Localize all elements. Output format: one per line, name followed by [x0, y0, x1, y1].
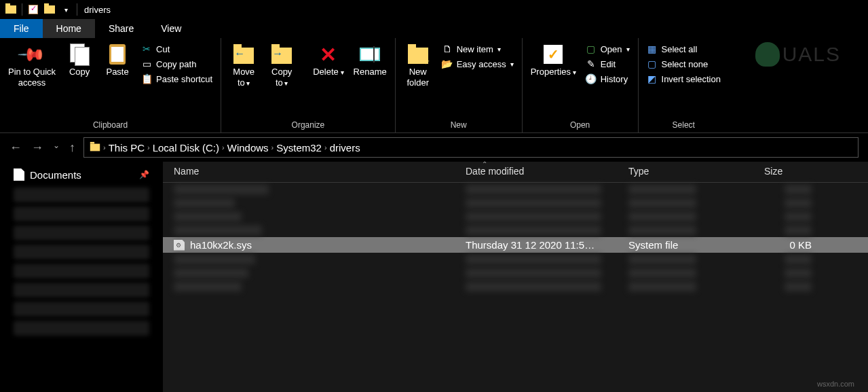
address-bar[interactable]: › This PC› Local Disk (C:)› Windows› Sys… [83, 137, 858, 158]
select-all-icon: ▦ [647, 43, 658, 54]
history-button[interactable]: 🕘 History [582, 72, 634, 86]
nav-recent-icon[interactable]: ⌄ [53, 141, 60, 155]
tab-file[interactable]: File [0, 19, 43, 38]
app-folder-icon [3, 5, 19, 14]
column-headers: Name Date modified Type Size [163, 162, 868, 183]
easy-access-button[interactable]: 📂 Easy access [438, 57, 518, 71]
watermark-brand: UALS [755, 42, 841, 67]
crumb-drivers[interactable]: drivers [330, 142, 360, 154]
rename-icon [359, 43, 381, 65]
group-open: ✓ Properties ▢ Open ✎ Edit 🕘 History Ope… [523, 38, 639, 132]
copy-path-button[interactable]: ▭ Copy path [137, 57, 216, 71]
body: Documents 📌 ⌃ Name Date modified Type Si… [0, 162, 868, 392]
tab-home[interactable]: Home [43, 19, 95, 38]
group-organize: ← Move to → Copy to ✕ Delete Rename Orga… [221, 38, 396, 132]
paste-shortcut-button[interactable]: 📋 Paste shortcut [137, 72, 216, 86]
paste-shortcut-icon: 📋 [141, 73, 152, 84]
file-pane: ⌃ Name Date modified Type Size ha10kx2k.… [163, 162, 868, 392]
copy-path-icon: ▭ [141, 58, 152, 69]
properties-icon: ✓ [542, 43, 564, 65]
tab-view[interactable]: View [147, 19, 195, 38]
nav-up-icon[interactable]: ↑ [69, 141, 75, 155]
cut-button[interactable]: ✂ Cut [137, 42, 216, 56]
crumb-local-disk[interactable]: Local Disk (C:) [153, 142, 219, 154]
paste-button[interactable]: Paste [99, 41, 136, 80]
move-to-button[interactable]: ← Move to [225, 41, 262, 90]
sidebar: Documents 📌 [0, 162, 163, 392]
scissors-icon: ✂ [141, 43, 152, 54]
crumb-system32[interactable]: System32 [276, 142, 322, 154]
file-type: System file [628, 239, 764, 251]
sidebar-item-blurred [14, 188, 149, 202]
titlebar: drivers [0, 0, 868, 19]
qat-folder-icon[interactable] [41, 5, 58, 14]
file-list: ha10kx2k.sys Thursday 31 12 2020 11:5… S… [163, 183, 868, 293]
copy-button[interactable]: Copy [61, 41, 98, 80]
edit-icon: ✎ [586, 58, 597, 69]
sidebar-item-blurred [14, 226, 149, 240]
history-icon: 🕘 [586, 73, 597, 84]
sys-file-icon [174, 240, 185, 251]
group-select: ▦ Select all ▢ Select none ◩ Invert sele… [639, 38, 729, 132]
group-clipboard: 📌 Pin to Quick access Copy Paste ✂ Cut ▭… [0, 38, 221, 132]
file-row-blurred [163, 196, 868, 210]
col-date[interactable]: Date modified [466, 166, 628, 177]
file-date: Thursday 31 12 2020 11:5… [466, 239, 628, 251]
file-row-blurred [163, 266, 868, 280]
nav-forward-icon[interactable]: → [31, 141, 43, 155]
invert-selection-icon: ◩ [647, 73, 658, 84]
new-folder-icon: ✦ [407, 43, 429, 65]
move-to-icon: ← [233, 43, 254, 65]
crumb-this-pc[interactable]: This PC [109, 142, 145, 154]
pin-icon: 📌 [139, 170, 149, 179]
select-all-button[interactable]: ▦ Select all [643, 42, 725, 56]
sidebar-item-documents[interactable]: Documents 📌 [0, 166, 163, 183]
file-size: 0 KB [764, 239, 825, 251]
crumb-windows[interactable]: Windows [227, 142, 269, 154]
watermark-text: wsxdn.com [817, 380, 854, 388]
sidebar-item-blurred [14, 302, 149, 317]
select-none-icon: ▢ [647, 58, 658, 69]
qat-save-icon[interactable] [25, 5, 41, 14]
file-row-blurred [163, 224, 868, 237]
sidebar-item-blurred [14, 321, 149, 336]
new-folder-button[interactable]: ✦ New folder [400, 41, 436, 90]
new-item-button[interactable]: 🗋 New item [438, 42, 518, 56]
sidebar-item-blurred [14, 264, 149, 279]
qat-dropdown-icon[interactable] [58, 6, 74, 14]
copy-to-button[interactable]: → Copy to [263, 41, 300, 90]
file-row-blurred [163, 183, 868, 196]
window-title: drivers [84, 5, 111, 15]
new-item-icon: 🗋 [442, 43, 453, 54]
group-new: ✦ New folder 🗋 New item 📂 Easy access Ne… [396, 38, 523, 132]
copy-to-icon: → [271, 43, 293, 65]
open-icon: ▢ [586, 43, 597, 54]
pin-icon: 📌 [16, 39, 47, 69]
col-type[interactable]: Type [628, 166, 764, 177]
easy-access-icon: 📂 [442, 58, 453, 69]
open-button[interactable]: ▢ Open [582, 42, 634, 56]
properties-button[interactable]: ✓ Properties [527, 41, 580, 80]
edit-button[interactable]: ✎ Edit [582, 57, 634, 71]
invert-selection-button[interactable]: ◩ Invert selection [643, 72, 725, 86]
file-name: ha10kx2k.sys [190, 239, 252, 251]
nav-back-icon[interactable]: ← [10, 141, 22, 155]
sidebar-item-blurred [14, 245, 149, 260]
sidebar-item-blurred [14, 207, 149, 221]
col-name[interactable]: Name [174, 166, 466, 177]
ribbon-tabs: File Home Share View [0, 19, 868, 38]
sort-indicator-icon: ⌃ [482, 160, 487, 168]
rename-button[interactable]: Rename [350, 41, 391, 80]
file-row-blurred [163, 253, 868, 266]
pin-quick-access-button[interactable]: 📌 Pin to Quick access [4, 41, 60, 90]
file-row-selected[interactable]: ha10kx2k.sys Thursday 31 12 2020 11:5… S… [163, 237, 868, 253]
delete-button[interactable]: ✕ Delete [309, 41, 347, 80]
tab-share[interactable]: Share [95, 19, 147, 38]
sidebar-item-blurred [14, 283, 149, 298]
file-row-blurred [163, 210, 868, 224]
brand-icon [755, 42, 780, 67]
ribbon: 📌 Pin to Quick access Copy Paste ✂ Cut ▭… [0, 38, 868, 133]
col-size[interactable]: Size [764, 166, 825, 177]
copy-icon [69, 43, 90, 65]
select-none-button[interactable]: ▢ Select none [643, 57, 725, 71]
